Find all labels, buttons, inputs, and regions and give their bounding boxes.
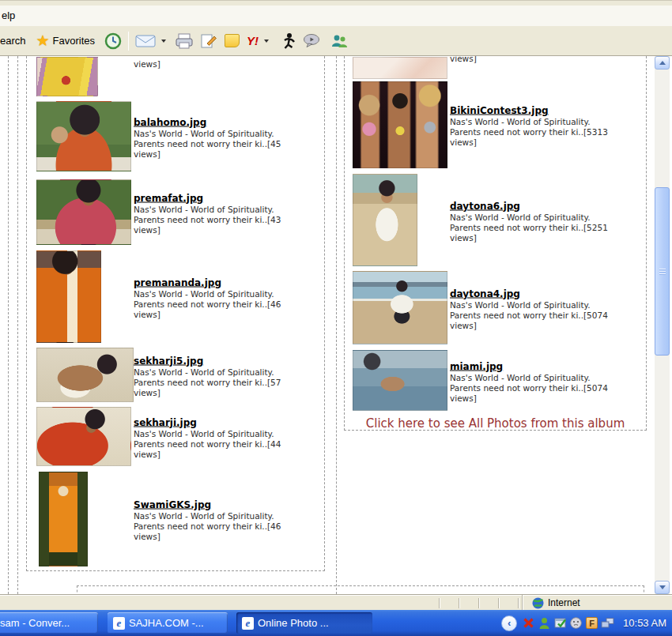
scrollbar-thumb[interactable] — [655, 187, 670, 356]
photo-link[interactable]: balahomo.jpg — [134, 116, 206, 127]
mail-button[interactable] — [135, 34, 166, 48]
aim-running-man-icon — [282, 32, 296, 50]
photo-row: premananda.jpg Nas's World - World of Sp… — [27, 250, 324, 343]
toolbar-separator — [128, 32, 129, 51]
mail-dropdown-caret[interactable] — [161, 40, 166, 43]
photo-thumbnail[interactable] — [353, 174, 417, 266]
favorites-button[interactable]: ★ Favorites — [36, 33, 96, 48]
page-content: views] balahomo.jpg Nas's World - World … — [0, 56, 672, 594]
taskbar-button-label: sam - Conver... — [0, 617, 70, 629]
chat-bubble-icon — [303, 33, 322, 48]
photo-link[interactable]: daytona4.jpg — [450, 288, 520, 299]
photo-meta: miami.jpg Nas's World - World of Spiritu… — [450, 358, 644, 403]
browser-toolbar: earch ★ Favorites — [0, 26, 672, 56]
search-button[interactable]: earch — [0, 35, 26, 47]
msn-people-icon — [330, 33, 349, 49]
photo-meta: BikiniContest3.jpg Nas's World - World o… — [450, 103, 644, 148]
photo-desc: Nas's World - World of Spirituality. — [134, 511, 323, 521]
tray-collapse-button[interactable]: ‹ — [501, 615, 517, 631]
status-bar: Internet — [0, 594, 672, 610]
taskbar-button-label: Online Photo ... — [258, 617, 329, 629]
tray-f-icon[interactable]: F — [585, 616, 598, 630]
photo-desc: Nas's World - World of Spirituality. — [450, 299, 644, 310]
photo-views-tail: views] — [450, 56, 477, 64]
edit-button[interactable] — [200, 33, 217, 49]
photo-meta: balahomo.jpg Nas's World - World of Spir… — [134, 114, 323, 159]
history-icon[interactable] — [104, 32, 122, 50]
chat-button[interactable] — [303, 33, 322, 48]
photo-link[interactable]: premafat.jpg — [134, 192, 203, 203]
photo-desc: views] — [134, 149, 323, 159]
photo-meta: premananda.jpg Nas's World - World of Sp… — [134, 274, 323, 319]
zone-label: Internet — [548, 597, 580, 608]
taskbar-clock[interactable]: 10:53 AM — [623, 617, 666, 629]
photo-desc: Parents need not worry their ki..[44 — [134, 438, 323, 449]
photo-desc: views] — [450, 320, 644, 330]
yahoo-dropdown-caret[interactable] — [264, 40, 269, 43]
photo-thumbnail[interactable] — [353, 57, 447, 79]
status-divider — [498, 598, 499, 608]
history-clock-icon — [104, 32, 122, 50]
photo-thumbnail[interactable] — [36, 179, 131, 245]
window-top-strip — [0, 0, 672, 6]
photo-link[interactable]: miami.jpg — [450, 360, 503, 371]
menu-help[interactable]: elp — [2, 9, 15, 21]
photo-link[interactable]: SwamiGKS.jpg — [134, 499, 211, 510]
all-photos-link[interactable]: Click here to see All Photos from this a… — [345, 416, 646, 431]
photo-thumbnail[interactable] — [353, 81, 447, 168]
photo-desc: views] — [134, 532, 323, 542]
taskbar-button-sajha[interactable]: e SAJHA.COM -... — [108, 612, 228, 634]
photo-row-partial: views] — [27, 57, 324, 96]
photo-link[interactable]: premananda.jpg — [134, 277, 221, 288]
photo-desc: Nas's World - World of Spirituality. — [134, 204, 323, 214]
scrollbar-grip — [659, 269, 666, 275]
tray-update-icon[interactable] — [553, 616, 567, 630]
photo-thumbnail[interactable] — [353, 271, 447, 344]
photo-desc: Parents need not worry their ki..[5313 — [450, 127, 644, 137]
scroll-down-button[interactable] — [655, 581, 670, 594]
tray-network-icon[interactable] — [601, 616, 614, 630]
print-button[interactable] — [175, 33, 194, 49]
photo-desc: views] — [134, 387, 323, 397]
tray-messenger-icon[interactable] — [569, 616, 583, 630]
photo-row: balahomo.jpg Nas's World - World of Spir… — [27, 101, 324, 171]
favorites-label: Favorites — [53, 35, 95, 47]
photo-thumbnail[interactable] — [36, 101, 131, 171]
tray-disabled-icon[interactable] — [522, 616, 535, 630]
photo-desc: Nas's World - World of Spirituality. — [134, 367, 323, 377]
photo-thumbnail[interactable] — [353, 350, 447, 411]
vertical-scrollbar[interactable] — [655, 56, 670, 594]
dashed-divider — [8, 56, 9, 594]
photo-thumbnail[interactable] — [36, 57, 98, 96]
taskbar: sam - Conver... e SAJHA.COM -... e Onlin… — [0, 610, 672, 636]
photo-thumbnail[interactable] — [39, 472, 88, 566]
internet-globe-icon — [532, 597, 544, 609]
tray-buddy-icon[interactable] — [538, 616, 551, 630]
photo-desc: Nas's World - World of Spirituality. — [450, 117, 644, 127]
photo-views-tail: views] — [134, 59, 160, 70]
photo-row: miami.jpg Nas's World - World of Spiritu… — [345, 350, 646, 411]
msn-button[interactable] — [330, 33, 349, 49]
photo-link[interactable]: daytona6.jpg — [450, 200, 520, 211]
photo-thumbnail[interactable] — [36, 250, 101, 343]
photo-thumbnail[interactable] — [36, 348, 134, 402]
photo-link[interactable]: sekharji5.jpg — [134, 355, 203, 366]
taskbar-button-messenger[interactable]: sam - Conver... — [0, 612, 98, 634]
ie-icon: e — [242, 617, 254, 630]
photo-meta: daytona6.jpg Nas's World - World of Spir… — [450, 198, 644, 243]
dashed-divider — [17, 56, 18, 594]
photo-desc: Parents need not worry their ki..[45 — [134, 138, 323, 149]
photo-link[interactable]: BikiniContest3.jpg — [450, 105, 549, 116]
status-divider — [439, 598, 440, 608]
taskbar-button-online-photo[interactable]: e Online Photo ... — [236, 612, 372, 634]
aim-button[interactable] — [282, 32, 296, 50]
scroll-up-button[interactable] — [655, 56, 670, 70]
photo-meta: premafat.jpg Nas's World - World of Spir… — [134, 190, 323, 235]
print-icon — [175, 33, 194, 49]
messenger-note-button[interactable] — [225, 34, 240, 47]
photo-meta: SwamiGKS.jpg Nas's World - World of Spir… — [134, 497, 323, 542]
yahoo-button[interactable]: Y! — [247, 34, 269, 47]
photo-thumbnail[interactable] — [36, 407, 131, 466]
photo-link[interactable]: sekharji.jpg — [134, 416, 197, 427]
album-column-right: views] BikiniContest3.jpg Nas's World - … — [344, 56, 647, 431]
